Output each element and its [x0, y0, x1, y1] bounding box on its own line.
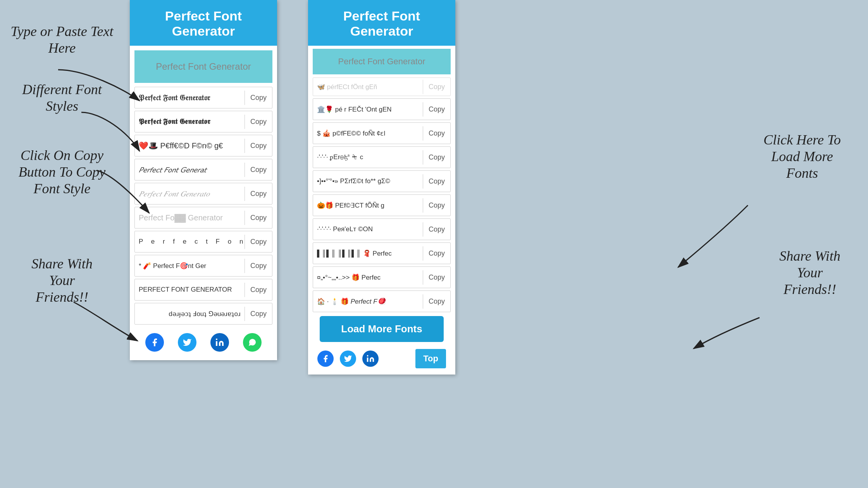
right-phone: Perfect Font Generator 🦋 pérfECt fÖnt gE… [308, 0, 455, 375]
annotation-load-more: Click Here ToLoad MoreFonts [744, 132, 860, 182]
arrow-load-more [670, 201, 756, 271]
font-text: 🦋 pérfECt fÖnt gEñ [313, 80, 423, 94]
font-text: 🎃🎁 PEf©ƎCT fÕÑt g [313, 198, 423, 213]
social-row [134, 328, 272, 356]
right-phone-body: 🦋 pérfECt fÖnt gEñ Copy 🏛️🌹 pé r FEČt 'O… [308, 46, 455, 375]
left-phone: Perfect Font Generator 𝔓𝔢𝔯𝔣𝔢𝔠𝔱 𝔉𝔬𝔫𝔱 𝔊𝔢𝔫𝔢… [130, 0, 277, 360]
font-row: PERFECT FONT GENERATOR Copy [134, 279, 272, 301]
copy-button[interactable]: Copy [423, 198, 450, 213]
font-text: $ 🎪 p©fFE©© foÑt ¢ɛl [313, 126, 423, 141]
font-text: •]••°'°•» PΣrfΣ©t fo** gΣ© [313, 174, 423, 188]
copy-button[interactable]: Copy [245, 259, 272, 273]
load-more-button[interactable]: Load More Fonts [320, 316, 444, 342]
svg-point-1 [367, 355, 369, 357]
annotation-share-left: Share WithYourFriends!! [12, 256, 112, 306]
font-row: $ 🎪 p©fFE©© foÑt ¢ɛl Copy [313, 122, 451, 144]
font-text: ❤️🎩 P€ff€©D F©n© g€ [135, 138, 245, 153]
twitter-icon[interactable] [178, 333, 196, 352]
font-row: * 🧨 Perfect F🎯nt Ger Copy [134, 255, 272, 277]
right-text-input[interactable] [313, 49, 451, 74]
font-text: 🏠 · 🕯️ 🎁 Perfect F🪀 [313, 294, 423, 309]
font-row: 𝘗𝘦𝘳𝘧𝘦𝘤𝘵 𝘍𝘰𝘯𝘵 𝘎𝘦𝘯𝘦𝘳𝘢𝘵 Copy [134, 159, 272, 180]
font-text: 𝕻𝖊𝖗𝖋𝖊𝖈𝖙 𝕱𝖔𝖓𝖙 𝕲𝖊𝖓𝖊𝖗𝖆𝖙𝖔𝖗 [135, 114, 245, 129]
facebook-icon[interactable] [145, 333, 164, 352]
font-text: 𝑃𝑒𝑟𝑓𝑒𝑐𝑡 𝐹𝑜𝑛𝑡 𝐺𝑒𝑛𝑒𝑟𝑎𝑡𝑜 [135, 186, 245, 201]
copy-button[interactable]: Copy [245, 235, 272, 249]
font-row: ɹoʇɐɹǝuǝ⅁ ʇuoℲ ʇɔǝɟɹǝd Copy [134, 303, 272, 325]
font-text: ▌║▌║ ║▌║▌║ 🧣 Perfec [313, 246, 423, 261]
copy-button[interactable]: Copy [423, 80, 450, 94]
font-text: ¤„•°~„„•..>> 🎁 Perfec [313, 270, 423, 285]
font-row: 🏛️🌹 pé r FEČt 'Ont gEN Copy [313, 98, 451, 120]
copy-button[interactable]: Copy [245, 211, 272, 225]
copy-button[interactable]: Copy [245, 91, 272, 105]
copy-button[interactable]: Copy [423, 246, 450, 261]
font-row: 𝑃𝑒𝑟𝑓𝑒𝑐𝑡 𝐹𝑜𝑛𝑡 𝐺𝑒𝑛𝑒𝑟𝑎𝑡𝑜 Copy [134, 183, 272, 204]
copy-button[interactable]: Copy [423, 126, 450, 141]
whatsapp-icon[interactable] [243, 333, 262, 352]
font-row: •]••°'°•» PΣrfΣ©t fo** gΣ© Copy [313, 170, 451, 192]
twitter-icon-right[interactable] [340, 351, 356, 367]
left-phone-header: Perfect Font Generator [130, 0, 277, 46]
partial-font-row: 🦋 pérfECt fÖnt gEñ Copy [313, 77, 451, 96]
font-text: 𝔓𝔢𝔯𝔣𝔢𝔠𝔱 𝔉𝔬𝔫𝔱 𝔊𝔢𝔫𝔢𝔯𝔞𝔱𝔬𝔯 [135, 90, 245, 105]
annotation-copy: Click On CopyButton To CopyFont Style [4, 147, 120, 198]
linkedin-icon-right[interactable] [362, 351, 379, 367]
font-row: 🎃🎁 PEf©ƎCT fÕÑt g Copy [313, 194, 451, 216]
copy-button[interactable]: Copy [423, 150, 450, 165]
font-row: 🏠 · 🕯️ 🎁 Perfect F🪀 Copy [313, 290, 451, 312]
font-row: Perfect Fo▓▓ Generator Copy [134, 207, 272, 229]
arrow-share-right [690, 314, 767, 352]
font-row: ▌║▌║ ║▌║▌║ 🧣 Perfec Copy [313, 242, 451, 264]
font-row: 𝔓𝔢𝔯𝔣𝔢𝔠𝔱 𝔉𝔬𝔫𝔱 𝔊𝔢𝔫𝔢𝔯𝔞𝔱𝔬𝔯 Copy [134, 87, 272, 108]
copy-button[interactable]: Copy [423, 174, 450, 189]
text-input[interactable] [134, 50, 272, 83]
font-row: ·'·'·'· ᵱEr⊕ɮᵃ ᡶ c Copy [313, 146, 451, 168]
right-phone-header: Perfect Font Generator [308, 0, 455, 46]
copy-button[interactable]: Copy [245, 187, 272, 201]
facebook-icon-right[interactable] [317, 351, 334, 367]
top-button[interactable]: Top [415, 349, 446, 368]
linkedin-icon[interactable] [210, 333, 229, 352]
annotation-type-paste: Type or Paste TextHere [8, 23, 116, 57]
annotation-different-fonts: Different FontStyles [8, 81, 116, 115]
font-text: ɹoʇɐɹǝuǝ⅁ ʇuoℲ ʇɔǝɟɹǝd [135, 307, 245, 321]
font-row: 𝕻𝖊𝖗𝖋𝖊𝖈𝖙 𝕱𝖔𝖓𝖙 𝕲𝖊𝖓𝖊𝖗𝖆𝖙𝖔𝖗 Copy [134, 111, 272, 132]
font-text: 𝘗𝘦𝘳𝘧𝘦𝘤𝘵 𝘍𝘰𝘯𝘵 𝘎𝘦𝘯𝘦𝘳𝘢𝘵 [135, 162, 245, 177]
font-text: ·'·'·'· ᵱEr⊕ɮᵃ ᡶ c [313, 150, 423, 164]
font-text: * 🧨 Perfect F🎯nt Ger [135, 259, 245, 273]
annotation-share-right: Share WithYourFriends!! [756, 248, 864, 298]
font-text: PERFECT FONT GENERATOR [135, 283, 245, 297]
left-phone-title: Perfect Font Generator [136, 9, 271, 39]
copy-button[interactable]: Copy [245, 139, 272, 153]
font-text: Perfect Fo▓▓ Generator [135, 210, 245, 225]
font-text: ·'·'·'·'· Peя'eLт ©ON [313, 222, 423, 236]
font-row: ·'·'·'·'· Peя'eLт ©ON Copy [313, 218, 451, 240]
font-text: P e r f e c t F o n t [135, 235, 245, 249]
copy-button[interactable]: Copy [423, 270, 450, 285]
left-phone-body: 𝔓𝔢𝔯𝔣𝔢𝔠𝔱 𝔉𝔬𝔫𝔱 𝔊𝔢𝔫𝔢𝔯𝔞𝔱𝔬𝔯 Copy 𝕻𝖊𝖗𝖋𝖊𝖈𝖙 𝕱𝖔𝖓𝖙… [130, 46, 277, 360]
right-bottom-row: Top [313, 346, 451, 371]
copy-button[interactable]: Copy [245, 307, 272, 321]
copy-button[interactable]: Copy [423, 294, 450, 309]
copy-button[interactable]: Copy [245, 163, 272, 177]
font-row: ¤„•°~„„•..>> 🎁 Perfec Copy [313, 266, 451, 288]
font-row: P e r f e c t F o n t Copy [134, 231, 272, 253]
copy-button[interactable]: Copy [245, 115, 272, 129]
copy-button[interactable]: Copy [423, 222, 450, 237]
font-row: ❤️🎩 P€ff€©D F©n© g€ Copy [134, 135, 272, 156]
svg-point-0 [216, 339, 217, 340]
font-text: 🏛️🌹 pé r FEČt 'Ont gEN [313, 102, 423, 117]
right-phone-title: Perfect Font Generator [314, 9, 449, 39]
copy-button[interactable]: Copy [423, 102, 450, 117]
copy-button[interactable]: Copy [245, 283, 272, 297]
